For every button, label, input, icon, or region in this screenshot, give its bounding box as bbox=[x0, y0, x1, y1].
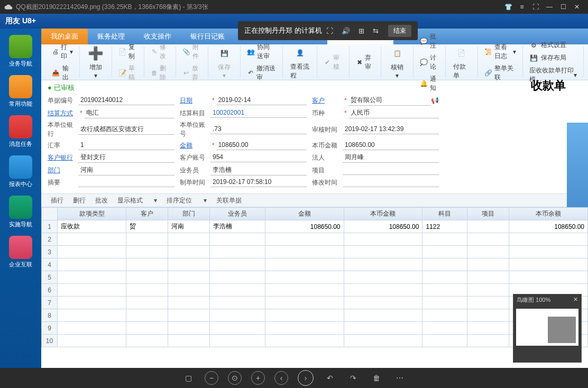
maximize-button[interactable]: ☐ bbox=[557, 1, 569, 13]
customer-field[interactable]: 贸有限公司 bbox=[348, 95, 431, 106]
col-header[interactable]: 业务员 bbox=[210, 208, 265, 220]
rotate-left-icon[interactable]: ↶ bbox=[323, 371, 337, 385]
bank-field[interactable]: 农行成都西区安德支行 bbox=[78, 124, 174, 135]
table-row[interactable]: 7 bbox=[42, 297, 588, 309]
menu-icon[interactable]: ≡ bbox=[516, 1, 528, 13]
col-header[interactable]: 本币金额 bbox=[344, 208, 422, 220]
sidebar-item[interactable]: 业务导航 bbox=[5, 35, 36, 68]
docno-field[interactable]: 201902140012 bbox=[78, 96, 174, 105]
custbank-label[interactable]: 客户银行 bbox=[48, 153, 78, 162]
more-icon[interactable]: ⋯ bbox=[393, 371, 407, 385]
add-icon[interactable]: ⊞ bbox=[359, 27, 364, 35]
sort-dropdown[interactable]: 排序定位 ▾ bbox=[167, 196, 206, 205]
table-row[interactable]: 9 bbox=[42, 322, 588, 335]
table-row[interactable]: 2 bbox=[42, 233, 588, 246]
display-format-dropdown[interactable]: 显示格式 ▾ bbox=[117, 196, 157, 205]
close-button[interactable]: ✕ bbox=[571, 1, 583, 13]
table-row[interactable]: 4 bbox=[42, 258, 588, 271]
col-header[interactable]: 客户 bbox=[126, 208, 168, 220]
undo-send-button[interactable]: ↶撤消送审 bbox=[245, 63, 278, 83]
col-header[interactable]: 科目 bbox=[422, 208, 467, 220]
right-side-panel[interactable] bbox=[567, 123, 588, 207]
sidebar-item[interactable]: 消息任务 bbox=[5, 115, 36, 148]
maketime-field: 2019-02-17 07:58:10 bbox=[210, 178, 307, 187]
sales-field[interactable]: 李浩楠 bbox=[210, 165, 307, 175]
log-button[interactable]: 📜查看日志 ▾ bbox=[482, 42, 518, 62]
reject-button[interactable]: ✖弃审 bbox=[354, 52, 377, 72]
curr-field[interactable]: 人民币 bbox=[348, 108, 439, 118]
copy-button[interactable]: 📄复制 bbox=[116, 42, 140, 62]
shirt-icon[interactable]: 👕 bbox=[502, 1, 514, 13]
sidebar-item[interactable]: 实施导航 bbox=[5, 196, 36, 228]
view-flow-button[interactable]: 👤查看流程 bbox=[287, 42, 313, 82]
table-row[interactable]: 10 bbox=[42, 335, 588, 347]
col-header[interactable]: 项目 bbox=[467, 208, 509, 220]
payment-button[interactable]: 📄付款单 bbox=[450, 42, 473, 82]
rate-field[interactable]: 1 bbox=[78, 141, 174, 150]
date-field[interactable]: 2019-02-14 bbox=[216, 96, 307, 105]
minimize-button[interactable]: — bbox=[544, 1, 555, 13]
crop-icon[interactable]: ▢ bbox=[181, 371, 195, 385]
volume-icon[interactable]: 🔊 bbox=[342, 27, 350, 35]
zoom-out-icon[interactable]: − bbox=[205, 371, 218, 385]
col-header[interactable]: 部门 bbox=[168, 208, 210, 220]
audittime-label: 审核时间 bbox=[312, 125, 343, 134]
data-grid[interactable]: 款项类型客户部门业务员金额本币金额科目项目本币余额1应收款贸河南李浩楠10865… bbox=[41, 207, 588, 368]
col-header[interactable]: 本币余额 bbox=[509, 208, 588, 220]
delete-row-button[interactable]: 删行 bbox=[73, 196, 86, 205]
next-icon[interactable]: › bbox=[298, 370, 314, 386]
table-row[interactable]: 3 bbox=[42, 246, 588, 258]
dept-field[interactable]: 河南 bbox=[78, 165, 174, 175]
zoom-in-icon[interactable]: + bbox=[251, 371, 265, 385]
output-button[interactable]: 📤输出 bbox=[50, 63, 75, 83]
note-button[interactable]: 💬批注 bbox=[418, 31, 441, 51]
amount-field[interactable]: 108650.00 bbox=[216, 141, 307, 150]
status-row: 已审核 收款单 bbox=[41, 80, 588, 95]
date-label[interactable]: 日期 bbox=[180, 96, 210, 105]
sidebar-item[interactable]: 企业互联 bbox=[5, 236, 36, 269]
custacct-field[interactable]: 954 bbox=[210, 153, 307, 162]
fullscreen-icon[interactable]: ⛶ bbox=[326, 27, 333, 35]
memo-field[interactable] bbox=[78, 178, 174, 187]
locamt-label: 本币金额 bbox=[312, 141, 343, 150]
settle-label[interactable]: 结算方式 bbox=[48, 109, 78, 118]
settle-field[interactable]: 电汇 bbox=[84, 108, 174, 118]
dept-label[interactable]: 部门 bbox=[48, 166, 78, 175]
table-row[interactable]: 8 bbox=[42, 309, 588, 322]
modtime-field bbox=[343, 178, 439, 187]
table-row[interactable]: 5 bbox=[42, 271, 588, 284]
bankacct-field[interactable]: .73 bbox=[210, 125, 307, 134]
acct-field[interactable]: 100202001 bbox=[210, 108, 307, 118]
insert-row-button[interactable]: 插行 bbox=[51, 196, 63, 205]
adjust-button[interactable]: 🔗整单关联 bbox=[482, 63, 518, 83]
trash-icon[interactable]: 🗑 bbox=[370, 371, 383, 385]
format-button[interactable]: ⚙格式设置 bbox=[527, 40, 579, 51]
print-button[interactable]: 🖨打印 ▾ bbox=[50, 42, 75, 62]
custbank-field[interactable]: 登封支行 bbox=[78, 152, 174, 163]
col-header[interactable]: 金额 bbox=[265, 208, 344, 220]
table-row[interactable]: 1应收款贸河南李浩楠108650.00108650.001122108650.0… bbox=[42, 220, 588, 233]
rotate-right-icon[interactable]: ↷ bbox=[346, 371, 360, 385]
thumbnail-panel[interactable]: 鸟瞰图 100%✕ bbox=[513, 294, 582, 363]
verify-button[interactable]: 📋核销 ▾ bbox=[385, 43, 409, 81]
prev-icon[interactable]: ‹ bbox=[274, 371, 288, 385]
proj-field[interactable] bbox=[343, 165, 439, 175]
end-remote-button[interactable]: 结束 bbox=[388, 25, 411, 37]
add-button[interactable]: ➕增加 ▾ bbox=[84, 43, 107, 81]
table-row[interactable]: 6 bbox=[42, 284, 588, 297]
related-docs-button[interactable]: 关联单据 bbox=[216, 196, 242, 205]
transfer-icon[interactable]: ⇆ bbox=[373, 27, 379, 35]
discuss-button[interactable]: 💭讨论 bbox=[418, 52, 441, 72]
save-layout-button[interactable]: 💾保存布局 bbox=[527, 52, 579, 64]
batch-edit-button[interactable]: 批改 bbox=[95, 196, 108, 205]
sidebar-item[interactable]: 常用功能 bbox=[5, 75, 36, 108]
customer-label[interactable]: 客户 bbox=[312, 96, 343, 105]
zoom-fit-icon[interactable]: ⊙ bbox=[228, 371, 242, 385]
audittime-field: 2019-02-17 13:42:39 bbox=[343, 125, 439, 134]
thumbnail-close-icon[interactable]: ✕ bbox=[573, 296, 578, 304]
expand-icon[interactable]: ⛶ bbox=[530, 1, 541, 13]
amount-label[interactable]: 金额 bbox=[180, 141, 210, 150]
sidebar-item[interactable]: 报表中心 bbox=[5, 155, 36, 188]
col-header[interactable]: 款项类型 bbox=[58, 208, 126, 220]
cosend-button[interactable]: 👥协同送审 bbox=[245, 42, 278, 62]
